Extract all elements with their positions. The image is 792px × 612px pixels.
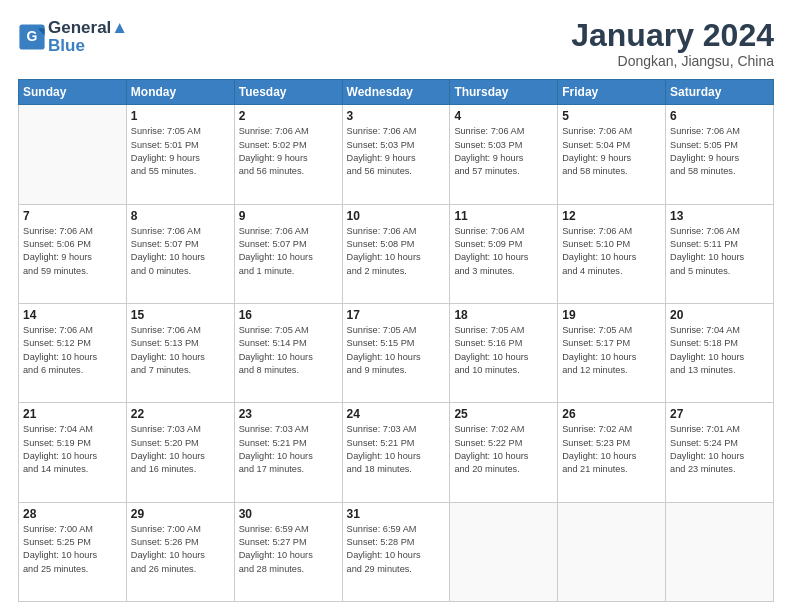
calendar-week-row: 14Sunrise: 7:06 AM Sunset: 5:12 PM Dayli…	[19, 303, 774, 402]
day-number: 2	[239, 109, 338, 123]
day-number: 17	[347, 308, 446, 322]
calendar-day-cell: 14Sunrise: 7:06 AM Sunset: 5:12 PM Dayli…	[19, 303, 127, 402]
calendar-day-cell: 3Sunrise: 7:06 AM Sunset: 5:03 PM Daylig…	[342, 105, 450, 204]
day-number: 23	[239, 407, 338, 421]
weekday-header-cell: Tuesday	[234, 80, 342, 105]
calendar-day-cell: 4Sunrise: 7:06 AM Sunset: 5:03 PM Daylig…	[450, 105, 558, 204]
calendar-week-row: 28Sunrise: 7:00 AM Sunset: 5:25 PM Dayli…	[19, 502, 774, 601]
day-number: 9	[239, 209, 338, 223]
day-number: 13	[670, 209, 769, 223]
calendar-day-cell	[450, 502, 558, 601]
day-info: Sunrise: 7:03 AM Sunset: 5:21 PM Dayligh…	[239, 423, 338, 476]
day-info: Sunrise: 7:06 AM Sunset: 5:13 PM Dayligh…	[131, 324, 230, 377]
calendar-day-cell	[558, 502, 666, 601]
calendar-day-cell: 8Sunrise: 7:06 AM Sunset: 5:07 PM Daylig…	[126, 204, 234, 303]
day-info: Sunrise: 7:06 AM Sunset: 5:10 PM Dayligh…	[562, 225, 661, 278]
day-info: Sunrise: 7:05 AM Sunset: 5:15 PM Dayligh…	[347, 324, 446, 377]
calendar-day-cell: 19Sunrise: 7:05 AM Sunset: 5:17 PM Dayli…	[558, 303, 666, 402]
calendar-day-cell: 5Sunrise: 7:06 AM Sunset: 5:04 PM Daylig…	[558, 105, 666, 204]
day-number: 25	[454, 407, 553, 421]
day-info: Sunrise: 7:02 AM Sunset: 5:22 PM Dayligh…	[454, 423, 553, 476]
day-info: Sunrise: 7:05 AM Sunset: 5:14 PM Dayligh…	[239, 324, 338, 377]
calendar-week-row: 21Sunrise: 7:04 AM Sunset: 5:19 PM Dayli…	[19, 403, 774, 502]
day-number: 30	[239, 507, 338, 521]
weekday-header-cell: Wednesday	[342, 80, 450, 105]
svg-text:G: G	[27, 28, 38, 44]
calendar-day-cell: 27Sunrise: 7:01 AM Sunset: 5:24 PM Dayli…	[666, 403, 774, 502]
title-block: January 2024 Dongkan, Jiangsu, China	[571, 18, 774, 69]
weekday-header-cell: Friday	[558, 80, 666, 105]
calendar-day-cell: 29Sunrise: 7:00 AM Sunset: 5:26 PM Dayli…	[126, 502, 234, 601]
weekday-header-cell: Thursday	[450, 80, 558, 105]
day-number: 21	[23, 407, 122, 421]
calendar-day-cell	[19, 105, 127, 204]
calendar-day-cell: 18Sunrise: 7:05 AM Sunset: 5:16 PM Dayli…	[450, 303, 558, 402]
weekday-header-cell: Saturday	[666, 80, 774, 105]
calendar-day-cell: 7Sunrise: 7:06 AM Sunset: 5:06 PM Daylig…	[19, 204, 127, 303]
logo: G General▲ Blue	[18, 18, 128, 56]
day-info: Sunrise: 7:05 AM Sunset: 5:16 PM Dayligh…	[454, 324, 553, 377]
day-info: Sunrise: 7:06 AM Sunset: 5:09 PM Dayligh…	[454, 225, 553, 278]
calendar-day-cell: 13Sunrise: 7:06 AM Sunset: 5:11 PM Dayli…	[666, 204, 774, 303]
calendar-day-cell: 12Sunrise: 7:06 AM Sunset: 5:10 PM Dayli…	[558, 204, 666, 303]
day-info: Sunrise: 7:06 AM Sunset: 5:03 PM Dayligh…	[347, 125, 446, 178]
day-number: 4	[454, 109, 553, 123]
calendar-day-cell: 28Sunrise: 7:00 AM Sunset: 5:25 PM Dayli…	[19, 502, 127, 601]
logo-icon: G	[18, 23, 46, 51]
calendar-day-cell: 6Sunrise: 7:06 AM Sunset: 5:05 PM Daylig…	[666, 105, 774, 204]
day-number: 1	[131, 109, 230, 123]
day-info: Sunrise: 7:06 AM Sunset: 5:05 PM Dayligh…	[670, 125, 769, 178]
day-number: 19	[562, 308, 661, 322]
day-number: 10	[347, 209, 446, 223]
day-number: 28	[23, 507, 122, 521]
day-info: Sunrise: 7:05 AM Sunset: 5:01 PM Dayligh…	[131, 125, 230, 178]
day-info: Sunrise: 7:06 AM Sunset: 5:12 PM Dayligh…	[23, 324, 122, 377]
day-number: 6	[670, 109, 769, 123]
day-number: 27	[670, 407, 769, 421]
page: G General▲ Blue January 2024 Dongkan, Ji…	[0, 0, 792, 612]
month-title: January 2024	[571, 18, 774, 53]
day-number: 7	[23, 209, 122, 223]
weekday-header-cell: Monday	[126, 80, 234, 105]
day-info: Sunrise: 7:06 AM Sunset: 5:03 PM Dayligh…	[454, 125, 553, 178]
calendar-day-cell: 21Sunrise: 7:04 AM Sunset: 5:19 PM Dayli…	[19, 403, 127, 502]
calendar-day-cell: 16Sunrise: 7:05 AM Sunset: 5:14 PM Dayli…	[234, 303, 342, 402]
calendar-day-cell: 20Sunrise: 7:04 AM Sunset: 5:18 PM Dayli…	[666, 303, 774, 402]
location: Dongkan, Jiangsu, China	[571, 53, 774, 69]
calendar-body: 1Sunrise: 7:05 AM Sunset: 5:01 PM Daylig…	[19, 105, 774, 602]
day-info: Sunrise: 7:03 AM Sunset: 5:20 PM Dayligh…	[131, 423, 230, 476]
logo-text: General▲ Blue	[48, 18, 128, 56]
day-info: Sunrise: 7:06 AM Sunset: 5:07 PM Dayligh…	[131, 225, 230, 278]
day-info: Sunrise: 7:01 AM Sunset: 5:24 PM Dayligh…	[670, 423, 769, 476]
calendar-day-cell: 15Sunrise: 7:06 AM Sunset: 5:13 PM Dayli…	[126, 303, 234, 402]
day-number: 16	[239, 308, 338, 322]
day-info: Sunrise: 7:06 AM Sunset: 5:08 PM Dayligh…	[347, 225, 446, 278]
day-number: 31	[347, 507, 446, 521]
calendar-day-cell: 25Sunrise: 7:02 AM Sunset: 5:22 PM Dayli…	[450, 403, 558, 502]
day-number: 26	[562, 407, 661, 421]
day-number: 24	[347, 407, 446, 421]
calendar-day-cell	[666, 502, 774, 601]
day-info: Sunrise: 7:02 AM Sunset: 5:23 PM Dayligh…	[562, 423, 661, 476]
day-number: 5	[562, 109, 661, 123]
day-info: Sunrise: 7:06 AM Sunset: 5:02 PM Dayligh…	[239, 125, 338, 178]
calendar-day-cell: 9Sunrise: 7:06 AM Sunset: 5:07 PM Daylig…	[234, 204, 342, 303]
calendar-day-cell: 17Sunrise: 7:05 AM Sunset: 5:15 PM Dayli…	[342, 303, 450, 402]
day-info: Sunrise: 7:06 AM Sunset: 5:04 PM Dayligh…	[562, 125, 661, 178]
day-number: 18	[454, 308, 553, 322]
day-info: Sunrise: 7:04 AM Sunset: 5:19 PM Dayligh…	[23, 423, 122, 476]
day-info: Sunrise: 7:03 AM Sunset: 5:21 PM Dayligh…	[347, 423, 446, 476]
calendar-day-cell: 22Sunrise: 7:03 AM Sunset: 5:20 PM Dayli…	[126, 403, 234, 502]
header: G General▲ Blue January 2024 Dongkan, Ji…	[18, 18, 774, 69]
calendar-week-row: 7Sunrise: 7:06 AM Sunset: 5:06 PM Daylig…	[19, 204, 774, 303]
day-info: Sunrise: 6:59 AM Sunset: 5:28 PM Dayligh…	[347, 523, 446, 576]
weekday-header-cell: Sunday	[19, 80, 127, 105]
day-number: 11	[454, 209, 553, 223]
day-info: Sunrise: 7:06 AM Sunset: 5:07 PM Dayligh…	[239, 225, 338, 278]
calendar-day-cell: 23Sunrise: 7:03 AM Sunset: 5:21 PM Dayli…	[234, 403, 342, 502]
day-info: Sunrise: 7:04 AM Sunset: 5:18 PM Dayligh…	[670, 324, 769, 377]
day-number: 3	[347, 109, 446, 123]
calendar-table: SundayMondayTuesdayWednesdayThursdayFrid…	[18, 79, 774, 602]
calendar-day-cell: 31Sunrise: 6:59 AM Sunset: 5:28 PM Dayli…	[342, 502, 450, 601]
day-number: 15	[131, 308, 230, 322]
